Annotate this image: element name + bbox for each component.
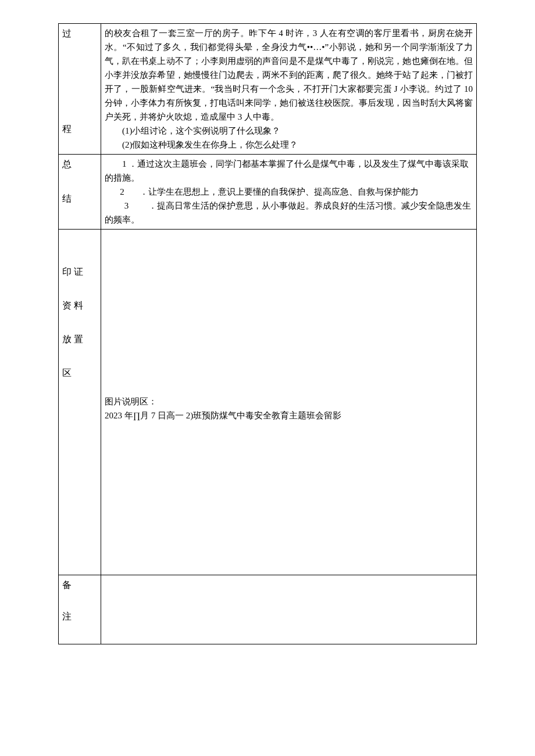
summary-item-1: 1 ．通过这次主题班会，同学门都基本掌握了什么是煤气中毒，以及发生了煤气中毒该采…: [105, 157, 473, 185]
process-content: 的校友合租了一套三室一厅的房子。昨下午 4 时许，3 人在有空调的客厅里看书，厨…: [101, 24, 477, 155]
summary-item-3-num: 3: [105, 199, 148, 213]
label-char: 结: [62, 191, 97, 206]
label-line: 区: [62, 366, 97, 381]
remark-content: [101, 575, 477, 644]
caption-block: 图片说明区： 2023 年∏月 7 日高一 2)班预防煤气中毒安全教育主题班会留…: [105, 232, 473, 422]
label-char: 过: [62, 26, 97, 41]
story-text: 的校友合租了一套三室一厅的房子。昨下午 4 时许，3 人在有空调的客厅里看书，厨…: [105, 26, 473, 124]
document-page: 过 程 的校友合租了一套三室一厅的房子。昨下午 4 时许，3 人在有空调的客厅里…: [58, 23, 477, 644]
caption-label: 图片说明区：: [105, 395, 473, 409]
label-char: 总: [62, 157, 97, 172]
evidence-content: 图片说明区： 2023 年∏月 7 日高一 2)班预防煤气中毒安全教育主题班会留…: [101, 230, 477, 575]
question-2: (2)假如这种现象发生在你身上，你怎么处理？: [105, 138, 473, 152]
question-1: (1)小组讨论，这个实例说明了什么现象？: [105, 124, 473, 138]
label-char: 备: [62, 578, 97, 593]
row-label-remark: 备 注: [59, 575, 101, 644]
summary-item-2-text: ．让学生在思想上，意识上要懂的自我保护、提高应急、自救与保护能力: [140, 187, 419, 196]
caption-text: 2023 年∏月 7 日高一 2)班预防煤气中毒安全教育主题班会留影: [105, 409, 473, 422]
label-char: 注: [62, 609, 97, 624]
row-label-process: 过 程: [59, 24, 101, 155]
summary-item-2-num: 2: [105, 185, 140, 199]
summary-content: 1 ．通过这次主题班会，同学门都基本掌握了什么是煤气中毒，以及发生了煤气中毒该采…: [101, 155, 477, 230]
summary-item-3-text: ．提高日常生活的保护意思，从小事做起。养成良好的生活习惯。减少安全隐患发生的频率…: [105, 201, 471, 224]
label-char: 程: [62, 121, 97, 137]
label-line: 放 置: [62, 332, 97, 347]
row-label-summary: 总 结: [59, 155, 101, 230]
summary-item-3: 3．提高日常生活的保护意思，从小事做起。养成良好的生活习惯。减少安全隐患发生的频…: [105, 199, 473, 227]
document-table: 过 程 的校友合租了一套三室一厅的房子。昨下午 4 时许，3 人在有空调的客厅里…: [58, 23, 477, 644]
label-line: 印 证: [62, 264, 97, 280]
label-line: 资 料: [62, 298, 97, 313]
summary-item-2: 2．让学生在思想上，意识上要懂的自我保护、提高应急、自救与保护能力: [105, 185, 473, 199]
row-label-evidence: 印 证 资 料 放 置 区: [59, 230, 101, 575]
